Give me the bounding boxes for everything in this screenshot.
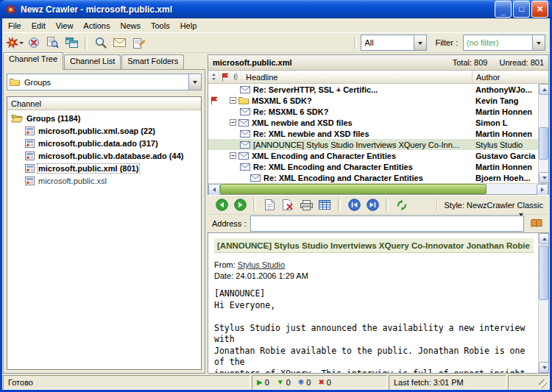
- forward-button[interactable]: [232, 197, 248, 213]
- thread-column-header[interactable]: [208, 71, 219, 83]
- close-button[interactable]: ✕: [531, 1, 548, 18]
- menu-view[interactable]: View: [51, 19, 79, 32]
- arrow-down-icon: [542, 366, 547, 371]
- tree-root-groups[interactable]: Groups (1184): [7, 112, 201, 124]
- scroll-track[interactable]: [486, 184, 537, 194]
- article-vertical-scrollbar[interactable]: [538, 233, 548, 373]
- scroll-left-button[interactable]: [208, 184, 220, 196]
- unread-count: Unread: 801: [499, 58, 544, 67]
- error-count: ✖0: [318, 378, 331, 387]
- reading-toolbar: Style: NewzCrawler Classic: [208, 195, 549, 215]
- groups-combobox[interactable]: Groups: [7, 74, 202, 90]
- view-filter-combobox[interactable]: All: [361, 35, 427, 51]
- stop-update-button[interactable]: [24, 35, 43, 51]
- message-row[interactable]: Re: MSXML 6 SDK?Martin Honnen: [208, 106, 539, 117]
- view-filter-dropdown-button[interactable]: [414, 35, 426, 50]
- previous-unread-button[interactable]: [346, 197, 362, 213]
- scroll-up-button[interactable]: [539, 84, 548, 95]
- back-button[interactable]: [213, 197, 230, 213]
- menu-news[interactable]: News: [115, 19, 146, 32]
- headline-column-header[interactable]: Headline: [241, 73, 277, 82]
- menu-edit[interactable]: Edit: [26, 19, 51, 32]
- menu-file[interactable]: File: [3, 19, 26, 32]
- channel-item-microsoft-public-xsl[interactable]: microsoft.public.xsl: [7, 174, 201, 187]
- address-dropdown-button[interactable]: [519, 216, 523, 231]
- delete-article-button[interactable]: [280, 197, 296, 213]
- thread-expander[interactable]: [230, 152, 236, 159]
- flag-cell: [208, 96, 219, 105]
- doc-zoom-icon: [46, 37, 59, 49]
- scroll-track[interactable]: [539, 95, 548, 172]
- newspaper-icon: [25, 152, 35, 160]
- flag-column-header[interactable]: [219, 71, 230, 83]
- scroll-down-button[interactable]: [539, 172, 548, 183]
- message-row[interactable]: Re: ServerHTTP, SSL + Certific...Anthony…: [208, 84, 539, 95]
- next-unread-button[interactable]: [364, 197, 381, 213]
- menu-tools[interactable]: Tools: [146, 19, 175, 32]
- message-list-vertical-scrollbar[interactable]: [538, 84, 548, 183]
- arrow-down-icon: [542, 177, 547, 182]
- attachment-column-header[interactable]: [230, 71, 241, 83]
- menu-help[interactable]: Help: [175, 19, 202, 32]
- download-count: ▼0: [277, 378, 291, 387]
- filter-dropdown-button[interactable]: [532, 35, 545, 50]
- thread-expander[interactable]: [230, 119, 236, 126]
- get-next-items-button[interactable]: [394, 197, 410, 213]
- compose-post-button[interactable]: [130, 35, 148, 51]
- search-button[interactable]: [91, 35, 110, 51]
- envelope-small-icon: [240, 86, 250, 93]
- scroll-down-button[interactable]: [539, 362, 549, 373]
- newspaper-icon: [25, 177, 35, 185]
- minimize-button[interactable]: _: [495, 1, 512, 18]
- message-row[interactable]: Re: XML Encoding and Character EntitiesB…: [208, 172, 539, 183]
- tab-channel-tree[interactable]: Channel Tree: [3, 52, 63, 70]
- message-author: Kevin Tang: [475, 96, 540, 105]
- folder-icon: [10, 78, 20, 86]
- chevron-down-icon: [537, 42, 541, 47]
- channel-column-header[interactable]: Channel: [7, 97, 201, 110]
- window-controls: _ □ ✕: [495, 1, 548, 18]
- scroll-thumb[interactable]: [539, 246, 548, 300]
- message-row[interactable]: XML Encoding and Character EntitiesGusta…: [208, 150, 539, 161]
- message-row[interactable]: Re: XML Encoding and Character EntitiesM…: [208, 161, 539, 172]
- scroll-thumb[interactable]: [220, 184, 486, 194]
- from-label: From:: [214, 260, 236, 269]
- channel-item-microsoft-public-xml-soap-22-[interactable]: microsoft.public.xml.soap (22): [7, 124, 201, 137]
- open-windows-button[interactable]: [63, 35, 81, 51]
- view-filter-value: All: [361, 38, 414, 47]
- scroll-track[interactable]: [539, 244, 548, 362]
- author-column-header[interactable]: Author: [472, 71, 546, 83]
- resize-grip[interactable]: [539, 379, 548, 388]
- maximize-button[interactable]: □: [513, 1, 530, 18]
- scroll-right-button[interactable]: [537, 184, 548, 196]
- channel-item-microsoft-public-xml-801-[interactable]: microsoft.public.xml (801): [7, 162, 201, 174]
- message-row[interactable]: Re: XML newbie and XSD filesMartin Honne…: [208, 128, 539, 139]
- tab-smart-folders[interactable]: Smart Folders: [121, 54, 184, 69]
- scroll-up-button[interactable]: [539, 233, 549, 244]
- open-article-button[interactable]: [261, 197, 277, 213]
- table-view-button[interactable]: [316, 197, 333, 213]
- channel-item-microsoft-public-data-ado-317-[interactable]: microsoft.public.data.ado (317): [7, 137, 201, 149]
- from-link[interactable]: Stylus Studio: [238, 260, 285, 269]
- message-list-horizontal-scrollbar[interactable]: [208, 183, 548, 194]
- scroll-thumb[interactable]: [539, 127, 548, 160]
- message-row[interactable]: [ANNOUNCE] Stylus Studio Invertviews XQu…: [208, 139, 539, 150]
- groups-dropdown-button[interactable]: [188, 74, 201, 90]
- channel-list: Channel Groups (1184)microsoft.public.xm…: [7, 96, 202, 370]
- address-input[interactable]: [251, 216, 519, 231]
- open-in-browser-button[interactable]: [528, 216, 545, 231]
- thread-expander[interactable]: [230, 97, 236, 104]
- new-items-count-icon: ✱: [298, 379, 304, 386]
- menu-actions[interactable]: Actions: [78, 19, 115, 32]
- read-news-button[interactable]: [43, 35, 62, 51]
- article-body: [ANNOUNCE] Hi Everyone, Stylus Studio ju…: [214, 288, 534, 373]
- tab-channel-list[interactable]: Channel List: [64, 54, 121, 69]
- windows-icon: [66, 38, 78, 48]
- print-button[interactable]: [298, 197, 314, 213]
- filter-combobox[interactable]: (no filter): [463, 35, 545, 51]
- update-channels-button[interactable]: [5, 35, 24, 51]
- mail-button[interactable]: [110, 35, 129, 51]
- channel-item-microsoft-public-vb-database-ado-44-[interactable]: microsoft.public.vb.database.ado (44): [7, 149, 201, 162]
- message-row[interactable]: MSXML 6 SDK?Kevin Tang: [208, 95, 539, 106]
- message-row[interactable]: XML newbie and XSD filesSimon L: [208, 117, 539, 128]
